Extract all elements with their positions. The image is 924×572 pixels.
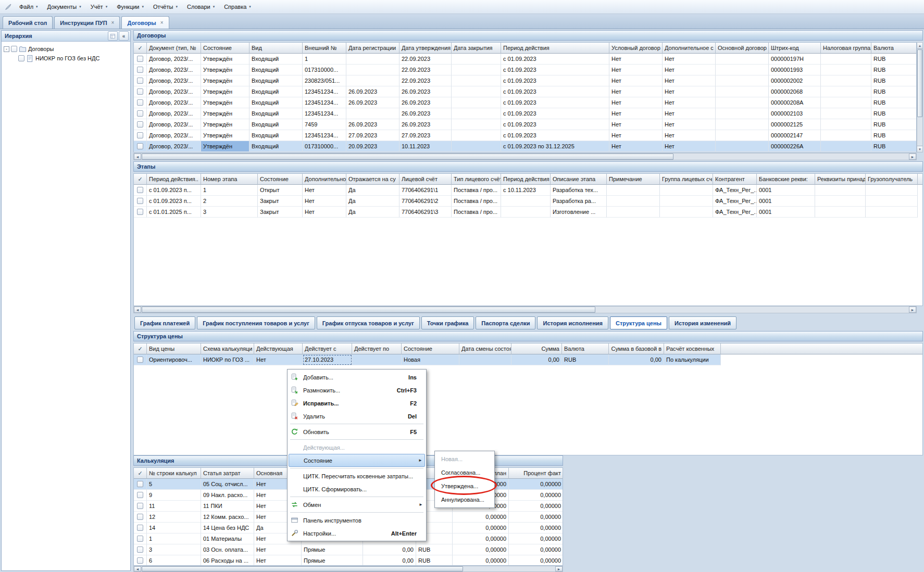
tab-desktop[interactable]: Рабочий стол — [3, 16, 53, 29]
cell[interactable] — [452, 75, 501, 86]
cell[interactable]: 2 — [201, 196, 258, 207]
cell[interactable] — [821, 141, 871, 152]
cell[interactable] — [452, 97, 501, 108]
cell[interactable]: 0001 — [757, 185, 815, 196]
table-row[interactable]: Договор, 2023/...УтверждёнВходящий745926… — [134, 119, 916, 130]
cell[interactable]: Нет — [254, 354, 303, 365]
sm-annulled[interactable]: Аннулирована... — [436, 493, 493, 506]
cell[interactable] — [815, 196, 866, 207]
cell[interactable]: с 01.09.2023 — [501, 65, 609, 75]
cell[interactable] — [452, 119, 501, 130]
column-header[interactable]: Условный договор — [609, 43, 663, 54]
cell[interactable]: 26.09.2023 — [399, 86, 452, 97]
cell[interactable]: 0000002125 — [769, 119, 821, 130]
cell[interactable] — [821, 65, 871, 75]
column-header[interactable]: Внешний № — [303, 43, 346, 54]
cell[interactable]: 0,00000 — [509, 523, 563, 533]
cell[interactable]: 22.09.2023 — [399, 54, 452, 65]
column-header[interactable]: Документ (тип, № — [147, 43, 201, 54]
column-header[interactable]: Период действия — [501, 43, 609, 54]
checkbox[interactable] — [137, 67, 143, 73]
scroll-right-arrow-icon[interactable]: ► — [909, 307, 916, 313]
cell[interactable]: RUB — [871, 65, 917, 75]
tree-node[interactable]: -Договоры — [3, 44, 129, 54]
column-header[interactable]: Дополнительное с — [663, 43, 716, 54]
cell[interactable]: 26.09.2023 — [399, 119, 452, 130]
cell[interactable]: Входящий — [249, 65, 303, 75]
cell[interactable]: Нет — [254, 555, 302, 566]
checkbox[interactable] — [137, 56, 143, 62]
column-header[interactable]: Состояние — [201, 43, 249, 54]
cell[interactable]: с 01.09.2023 — [501, 119, 609, 130]
table-row[interactable]: Договор, 2023/...УтверждёнВходящий123451… — [134, 86, 916, 97]
menu-help[interactable]: Справка▾ — [219, 2, 256, 12]
checkbox[interactable] — [137, 492, 143, 498]
cell[interactable]: 06 Расходы на ... — [201, 555, 254, 566]
cell[interactable] — [716, 65, 769, 75]
cell[interactable]: Утверждён — [201, 119, 249, 130]
cell[interactable]: Нет — [663, 75, 716, 86]
cell[interactable]: с 01.09.2023 п... — [147, 185, 201, 196]
table-row[interactable]: 606 Расходы на ...НетПрямые0,00RUB0,0000… — [134, 555, 563, 566]
cell[interactable]: 7459 — [303, 119, 346, 130]
menu-documents[interactable]: Документы▾ — [43, 2, 86, 12]
cm-edit[interactable]: Исправить...F2 — [289, 397, 425, 410]
cell[interactable]: 12 Комм. расхо... — [201, 512, 254, 523]
cell[interactable]: 0,00000 — [453, 512, 509, 523]
cell[interactable] — [815, 207, 866, 218]
cell[interactable]: с 01.09.2023 — [501, 108, 609, 119]
cell[interactable]: 0,00000 — [509, 544, 563, 555]
column-header[interactable]: Вид цены — [147, 344, 201, 354]
column-header[interactable]: Действующая — [254, 344, 303, 354]
cell[interactable]: Закрыт — [258, 196, 303, 207]
cell[interactable]: 7706406291\3 — [399, 207, 452, 218]
cm-exchange[interactable]: Обмен► — [289, 498, 425, 511]
cell[interactable]: 017310000... — [303, 141, 346, 152]
column-header[interactable]: Грузополучатель — [866, 174, 918, 185]
subtab-goods-receipt-schedule[interactable]: График поступления товаров и услуг — [197, 316, 315, 329]
cell[interactable] — [459, 354, 511, 365]
cell[interactable] — [346, 75, 399, 86]
cell[interactable]: с 01.09.2023 — [501, 86, 609, 97]
tab-contracts[interactable]: Договоры× — [121, 16, 169, 29]
checkbox[interactable] — [137, 209, 143, 215]
cell[interactable]: 3 — [147, 544, 201, 555]
contracts-vscrollbar[interactable]: ▲ ▼ — [917, 42, 923, 152]
cell[interactable]: Утверждён — [201, 108, 249, 119]
column-header[interactable]: Налоговая группа. — [821, 43, 871, 54]
cell[interactable]: RUB — [871, 119, 917, 130]
column-header[interactable]: Период действия.. — [147, 174, 201, 185]
cell[interactable]: Утверждён — [201, 65, 249, 75]
cell[interactable]: Поставка / про... — [452, 207, 501, 218]
cell[interactable]: 0000001993 — [769, 65, 821, 75]
cell[interactable]: 0,00000 — [509, 555, 563, 566]
scroll-right-arrow-icon[interactable]: ► — [909, 154, 916, 160]
cell[interactable]: Изготовление ... — [551, 207, 607, 218]
cell[interactable]: 14 Цена без НДС — [201, 523, 254, 533]
cell[interactable] — [716, 108, 769, 119]
table-row[interactable]: Договор, 2023/...УтверждёнВходящий123451… — [134, 130, 916, 141]
cell[interactable] — [821, 119, 871, 130]
column-header[interactable]: Основной договор — [716, 43, 769, 54]
cell[interactable]: RUB — [871, 97, 917, 108]
cell[interactable]: Договор, 2023/... — [147, 130, 201, 141]
subtab-payment-schedule[interactable]: График платежей — [134, 316, 195, 329]
column-header[interactable]: Статья затрат — [201, 468, 254, 479]
tree-expander-icon[interactable]: - — [4, 46, 9, 52]
contracts-hscrollbar[interactable]: ◄ ► — [133, 153, 917, 160]
cell[interactable]: RUB — [871, 108, 917, 119]
collapse-panel-button[interactable]: « — [119, 31, 129, 41]
cell[interactable]: RUB — [416, 555, 453, 566]
cell[interactable]: Нет — [303, 207, 346, 218]
cell[interactable]: Нет — [609, 141, 663, 152]
cell[interactable]: Нет — [609, 97, 663, 108]
menu-functions[interactable]: Функции▾ — [112, 2, 148, 12]
scroll-left-arrow-icon[interactable]: ◄ — [134, 566, 141, 571]
cell[interactable]: 0000002068 — [769, 86, 821, 97]
cell[interactable]: Нет — [663, 54, 716, 65]
column-header[interactable]: Описание этапа — [551, 174, 607, 185]
cell[interactable] — [821, 75, 871, 86]
column-header[interactable]: Валюта — [871, 43, 917, 54]
stages-hscrollbar[interactable]: ◄ ► — [133, 306, 917, 313]
close-icon[interactable]: × — [160, 20, 164, 26]
